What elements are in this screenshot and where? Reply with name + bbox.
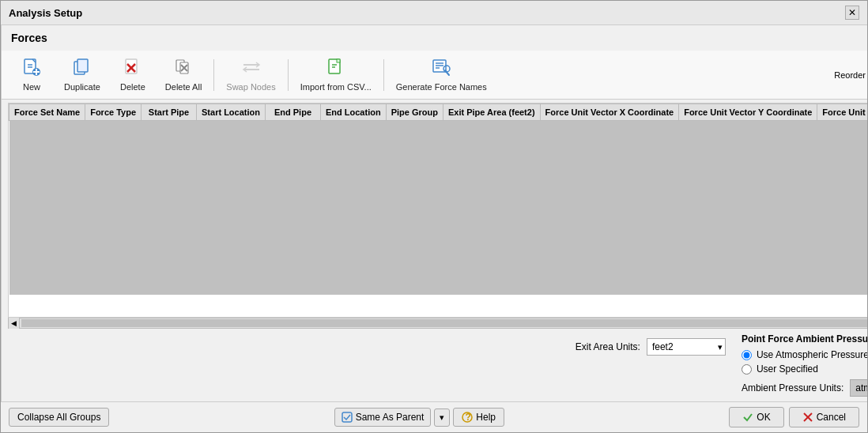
delete-all-button[interactable]: Delete All [158, 54, 209, 96]
new-button[interactable]: New [8, 54, 55, 96]
col-start-pipe: Start Pipe [142, 104, 197, 121]
analysis-setup-window: Analysis Setup ✕ Modules ▾ [0, 0, 868, 433]
generate-force-names-label: Generate Force Names [396, 82, 487, 92]
exit-area-units-section: Exit Area Units: feet2 in2 m2 cm2 [576, 338, 726, 356]
forces-table-body [9, 121, 868, 295]
table-header-row: Force Set Name Force Type Start Pipe Sta… [9, 104, 868, 121]
col-exit-pipe-area: Exit Pipe Area (feet2) [443, 104, 540, 121]
duplicate-button[interactable]: Duplicate [57, 54, 108, 96]
new-label: New [23, 82, 40, 92]
duplicate-icon [73, 58, 92, 81]
title-bar: Analysis Setup ✕ [1, 1, 867, 25]
svg-rect-38 [342, 412, 352, 422]
delete-button[interactable]: Delete [109, 54, 157, 96]
help-icon: ? [462, 412, 473, 423]
cancel-label: Cancel [817, 412, 846, 423]
col-force-set-name: Force Set Name [9, 104, 85, 121]
forces-table: Force Set Name Force Type Start Pipe Sta… [9, 104, 867, 295]
footer-right: OK Cancel [729, 407, 859, 427]
reorder-section: Reorder Force Sets: ▲ ▼ [834, 66, 867, 85]
col-force-type: Force Type [85, 104, 142, 121]
toolbar-separator-3 [383, 59, 384, 91]
new-icon [22, 58, 41, 81]
delete-all-icon [174, 58, 193, 81]
svg-rect-21 [77, 59, 88, 72]
toolbar: New Duplicate Delete [2, 51, 867, 100]
collapse-all-button[interactable]: Collapse All Groups [9, 408, 109, 427]
ambient-pressure-label: Ambient Pressure Units: [742, 382, 843, 393]
swap-nodes-icon [242, 58, 261, 81]
radio-row-user-specified: User Specified [742, 363, 867, 375]
col-force-unit-vector-x: Force Unit Vector X Coordinate [540, 104, 679, 121]
svg-text:?: ? [466, 412, 471, 423]
radio-user-specified-label: User Specified [757, 363, 818, 375]
radio-row-atmospheric: Use Atmospheric Pressure From Environmen… [742, 349, 867, 360]
ambient-pressure-row: Ambient Pressure Units: atm psi kPa bar [742, 379, 867, 397]
exit-area-select-wrapper: feet2 in2 m2 cm2 [647, 338, 726, 356]
same-as-parent-icon [342, 412, 353, 423]
main-layout: Modules ▾ Fluid Properties ▾ [1, 25, 867, 401]
content-title: Forces [2, 25, 867, 51]
col-force-unit-vector-y: Force Unit Vector Y Coordinate [679, 104, 817, 121]
import-csv-icon [326, 58, 345, 81]
reorder-label: Reorder Force Sets: [834, 70, 867, 80]
delete-icon [123, 58, 142, 81]
import-csv-button[interactable]: Import from CSV... [293, 54, 379, 96]
ok-icon [742, 412, 753, 423]
help-button[interactable]: ? Help [453, 408, 504, 427]
duplicate-label: Duplicate [64, 82, 100, 92]
col-end-pipe: End Pipe [265, 104, 320, 121]
radio-user-specified[interactable] [742, 364, 752, 375]
help-label: Help [476, 412, 496, 423]
svg-rect-30 [337, 59, 340, 62]
close-button[interactable]: ✕ [845, 6, 859, 20]
main-content: Forces New Duplicate [2, 25, 867, 401]
cancel-button[interactable]: Cancel [789, 407, 859, 427]
delete-all-label: Delete All [165, 82, 202, 92]
col-start-location: Start Location [197, 104, 266, 121]
delete-label: Delete [120, 82, 145, 92]
point-force-pressure-section: Point Force Ambient Pressure Use Atmosph… [742, 333, 867, 397]
forces-table-container: Force Set Name Force Type Start Pipe Sta… [8, 103, 867, 318]
toolbar-separator-2 [288, 59, 289, 91]
horizontal-scrollbar[interactable]: ◀ ▶ [8, 318, 867, 329]
ok-button[interactable]: OK [729, 407, 783, 427]
swap-nodes-button[interactable]: Swap Nodes [219, 54, 282, 96]
same-as-parent-label: Same As Parent [356, 412, 425, 423]
footer-center: Same As Parent ▾ ? Help [334, 408, 504, 427]
same-as-parent-button[interactable]: Same As Parent [334, 408, 432, 427]
radio-atmospheric-label: Use Atmospheric Pressure From Environmen… [757, 349, 867, 360]
table-empty-row [9, 121, 868, 295]
bottom-controls: Exit Area Units: feet2 in2 m2 cm2 Point … [2, 329, 867, 401]
exit-area-units-select[interactable]: feet2 in2 m2 cm2 [647, 338, 726, 356]
ambient-units-select[interactable]: atm psi kPa bar [850, 379, 867, 397]
generate-icon [432, 58, 451, 81]
cancel-icon [802, 412, 813, 423]
scrollbar-track [21, 319, 867, 327]
ambient-units-select-wrapper: atm psi kPa bar [850, 379, 867, 397]
footer: Collapse All Groups Same As Parent ▾ ? H… [1, 401, 867, 432]
footer-left: Collapse All Groups [9, 408, 109, 427]
same-as-parent-dropdown[interactable]: ▾ [434, 409, 450, 427]
window-title: Analysis Setup [9, 7, 82, 19]
ok-label: OK [757, 412, 770, 423]
exit-area-label: Exit Area Units: [576, 341, 640, 352]
scrollbar-left-button[interactable]: ◀ [9, 318, 20, 329]
toolbar-separator-1 [213, 59, 214, 91]
collapse-all-label: Collapse All Groups [17, 412, 100, 423]
pressure-title: Point Force Ambient Pressure [742, 333, 867, 345]
swap-nodes-label: Swap Nodes [226, 82, 275, 92]
col-pipe-group: Pipe Group [386, 104, 443, 121]
col-force-unit-vector-z: Force Unit Vector Z Coordinate [817, 104, 867, 121]
radio-atmospheric[interactable] [742, 350, 752, 360]
generate-force-names-button[interactable]: Generate Force Names [389, 54, 494, 96]
import-csv-label: Import from CSV... [300, 82, 372, 92]
col-end-location: End Location [320, 104, 386, 121]
